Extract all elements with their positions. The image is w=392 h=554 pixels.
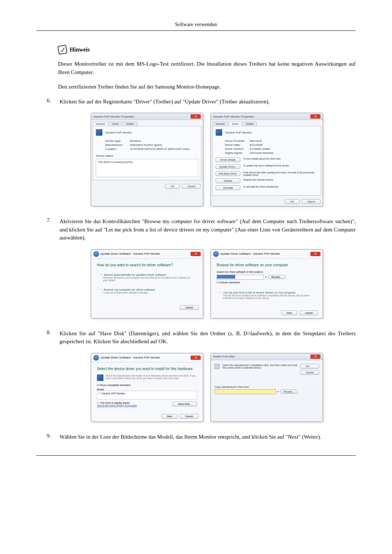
back-icon[interactable]: ← xyxy=(213,251,219,257)
device-type-label: Device type: xyxy=(105,139,127,143)
step-8: 8. Klicken Sie auf "Have Disk" (Datenträ… xyxy=(44,329,356,346)
tab-driver[interactable]: Driver xyxy=(229,122,242,126)
wizard-breadcrumb: Update Driver Software - Generic PnP Mon… xyxy=(101,356,160,359)
close-icon[interactable]: ✕ xyxy=(191,356,201,360)
driver-provider-value: Microsoft xyxy=(250,139,261,143)
step-number: 7. xyxy=(44,217,51,242)
cancel-button[interactable]: Cancel xyxy=(302,199,320,204)
uninstall-button[interactable]: Uninstall xyxy=(216,185,240,190)
step-text: Klicken Sie auf der Registerkarte "Drive… xyxy=(60,98,356,106)
include-subfolders-checkbox[interactable]: ☑ xyxy=(217,281,219,284)
wizard-select-driver: ← Update Driver Software - Generic PnP M… xyxy=(91,353,203,422)
install-from-disk-dialog: Install From Disk ✕ Insert the manufactu… xyxy=(211,353,323,422)
browse-button[interactable]: Browse... xyxy=(268,275,285,279)
wizard-search-method: ← Update Driver Software - Generic PnP M… xyxy=(91,249,203,319)
dropdown-icon[interactable]: ▾ xyxy=(278,390,279,393)
screenshot-row-2: ← Update Driver Software - Generic PnP M… xyxy=(58,249,356,319)
wizard-desc: Select the manufacturer and model of you… xyxy=(106,374,197,381)
ok-button[interactable]: OK xyxy=(285,199,299,204)
option-desc: This list will show installed driver sof… xyxy=(223,294,314,299)
monitor-icon xyxy=(96,129,102,136)
close-icon[interactable]: ✕ xyxy=(191,114,201,119)
option-pick-from-list[interactable]: →Let me pick from a list of device drive… xyxy=(217,288,317,302)
monitor-icon xyxy=(216,129,222,136)
install-instruction: Insert the manufacturer's installation d… xyxy=(222,364,297,369)
next-button[interactable]: Next xyxy=(281,311,297,315)
device-name: Generic PnP Monitor xyxy=(105,131,132,134)
wizard-breadcrumb: Update Driver Software - Generic PnP Mon… xyxy=(101,252,160,255)
cancel-button[interactable]: Cancel xyxy=(180,305,199,310)
step-number: 9. xyxy=(44,433,51,441)
device-status-label: Device status xyxy=(96,154,198,157)
tab-driver[interactable]: Driver xyxy=(109,122,122,126)
copy-from-input[interactable] xyxy=(215,389,276,394)
screenshot-row-1: Generic PnP Monitor Properties ✕ General… xyxy=(58,113,356,206)
next-button[interactable]: Next xyxy=(162,414,177,419)
tab-general[interactable]: General xyxy=(93,122,108,126)
rollback-driver-button[interactable]: Roll Back Driver xyxy=(216,171,240,176)
location-label: Location: xyxy=(105,147,127,151)
page-header: Software verwenden xyxy=(36,22,356,31)
step-number: 6. xyxy=(44,98,51,106)
wizard-title: How do you want to search for driver sof… xyxy=(97,263,197,267)
dialog-title: Generic PnP Monitor Properties xyxy=(93,115,134,118)
arrow-icon: → xyxy=(99,273,102,276)
step-number: 8. xyxy=(44,329,51,346)
manufacturer-label: Manufacturer: xyxy=(105,143,127,147)
tab-general[interactable]: General xyxy=(212,122,228,126)
ok-button[interactable]: OK xyxy=(300,364,319,369)
shield-icon: 🛡 xyxy=(98,392,101,395)
back-icon[interactable]: ← xyxy=(93,251,99,257)
wizard-title: Browse for driver software on your compu… xyxy=(217,263,317,267)
tab-details[interactable]: Details xyxy=(243,122,257,126)
digital-signer-label: Digital Signer: xyxy=(225,151,247,155)
driver-details-button[interactable]: Driver Details xyxy=(216,157,240,162)
device-status-box: This device is working properly. xyxy=(96,159,198,177)
location-input[interactable] xyxy=(217,275,264,280)
option-desc: Windows will search your computer and th… xyxy=(103,276,195,282)
dropdown-icon[interactable]: ▾ xyxy=(265,276,267,279)
cancel-button[interactable]: Cancel xyxy=(182,184,201,189)
uninstall-desc: To uninstall the driver (Advanced). xyxy=(243,185,318,188)
location-label: Search for driver software in this locat… xyxy=(217,271,317,273)
footer-rule xyxy=(36,455,356,456)
model-header: Model xyxy=(97,388,197,391)
compatible-checkbox[interactable]: ☑ xyxy=(97,384,99,386)
tab-details[interactable]: Details xyxy=(123,122,137,126)
update-driver-desc: To update the driver software for this d… xyxy=(243,164,318,167)
step-9: 9. Wählen Sie in der Liste der Bildschir… xyxy=(44,433,356,441)
why-signing-link[interactable]: Tell me why driver signing is important xyxy=(97,404,137,407)
cancel-button[interactable]: Cancel xyxy=(299,311,318,315)
have-disk-button[interactable]: Have Disk... xyxy=(172,402,197,406)
browse-button[interactable]: Browse... xyxy=(281,390,298,394)
close-icon[interactable]: ✕ xyxy=(310,114,320,119)
wizard-breadcrumb: Update Driver Software - Generic PnP Mon… xyxy=(220,252,280,255)
disable-desc: Disables the selected device. xyxy=(243,178,318,181)
hinweis-para1: Dieser Monitortreiber ist mit dem MS-Log… xyxy=(58,60,356,76)
step-text: Klicken Sie auf "Have Disk" (Datenträger… xyxy=(60,329,356,346)
back-icon[interactable]: ← xyxy=(93,355,99,361)
ok-button[interactable]: OK xyxy=(165,184,180,189)
shield-icon: 🛡 xyxy=(97,402,99,404)
hinweis-header: Hinweis xyxy=(58,45,356,54)
device-type-value: Monitors xyxy=(130,139,141,143)
step-text: Aktivieren Sie das Kontrollkästchen "Bro… xyxy=(60,217,356,242)
model-list[interactable]: 🛡 Generic PnP Monitor xyxy=(97,391,197,399)
step-7: 7. Aktivieren Sie das Kontrollkästchen "… xyxy=(44,217,356,242)
driver-version-label: Driver Version: xyxy=(225,147,247,151)
properties-dialog-driver: Generic PnP Monitor Properties ✕ General… xyxy=(211,113,323,206)
close-icon[interactable]: ✕ xyxy=(310,252,320,256)
cancel-button[interactable]: Cancel xyxy=(180,414,199,419)
close-icon[interactable]: ✕ xyxy=(310,354,320,359)
monitor-icon xyxy=(97,374,103,381)
arrow-icon: → xyxy=(219,291,222,294)
properties-dialog-general: Generic PnP Monitor Properties ✕ General… xyxy=(91,113,203,206)
disable-button[interactable]: Disable xyxy=(216,178,240,183)
update-driver-button[interactable]: Update Driver... xyxy=(216,164,240,169)
option-browse-computer[interactable]: →Browse my computer for driver software … xyxy=(97,286,197,296)
disk-icon xyxy=(215,364,220,369)
cancel-button[interactable]: Cancel xyxy=(300,370,319,375)
driver-version-value: 6.0.6000.16386 xyxy=(250,147,270,151)
close-icon[interactable]: ✕ xyxy=(191,252,201,256)
option-auto-search[interactable]: →Search automatically for updated driver… xyxy=(97,271,197,284)
